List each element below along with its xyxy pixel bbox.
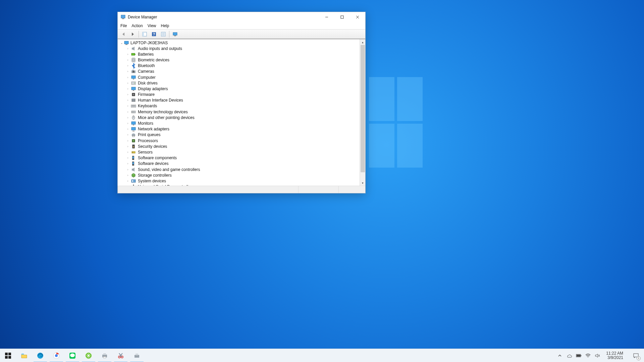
expand-icon[interactable]: ›: [126, 127, 130, 131]
tree-item[interactable]: ›Keyboards: [120, 103, 360, 109]
expand-icon[interactable]: ›: [126, 93, 130, 96]
expand-icon[interactable]: ›: [126, 122, 130, 125]
battery-icon[interactable]: [576, 353, 581, 358]
root-label: LAPTOP-JK0E3HAS: [130, 41, 168, 45]
expand-icon[interactable]: ›: [126, 174, 130, 177]
svg-rect-27: [133, 79, 134, 79]
close-button[interactable]: [350, 12, 365, 22]
help-button[interactable]: ?: [150, 31, 158, 38]
expand-icon[interactable]: ›: [126, 116, 130, 119]
tree-item[interactable]: ›Display adapters: [120, 86, 360, 92]
snipping-tool-button[interactable]: [113, 349, 129, 362]
onedrive-icon[interactable]: [567, 353, 572, 358]
properties-button[interactable]: [160, 31, 167, 38]
clock[interactable]: 11:22 AM 3/9/2021: [604, 351, 625, 360]
minimize-button[interactable]: [319, 12, 334, 22]
expand-icon[interactable]: ›: [126, 47, 130, 50]
scroll-thumb[interactable]: [361, 45, 365, 172]
tree-item[interactable]: ›Mice and other pointing devices: [120, 115, 360, 120]
tree-item[interactable]: ›Audio inputs and outputs: [120, 46, 360, 51]
collapse-icon[interactable]: ⌄: [120, 41, 124, 45]
tree-item[interactable]: ›Storage controllers: [120, 172, 360, 178]
speaker-icon: [131, 46, 136, 51]
expand-icon[interactable]: ›: [126, 58, 130, 62]
expand-icon[interactable]: ›: [126, 87, 130, 90]
tree-item[interactable]: ›Sensors: [120, 149, 360, 155]
chrome-browser-button[interactable]: [48, 349, 64, 362]
tree-item[interactable]: ›Processors: [120, 138, 360, 143]
tree-item[interactable]: ›System devices: [120, 178, 360, 184]
tree-item[interactable]: ›Print queues: [120, 132, 360, 138]
show-hide-tree-button[interactable]: [141, 31, 148, 38]
file-explorer-button[interactable]: [16, 349, 32, 362]
expand-icon[interactable]: ›: [126, 104, 130, 108]
tree-item[interactable]: ›Universal Serial Bus controllers: [120, 184, 360, 186]
device-manager-taskbar-button[interactable]: [129, 349, 145, 362]
expand-icon[interactable]: ›: [126, 70, 130, 73]
maximize-button[interactable]: [334, 12, 350, 22]
tree-item[interactable]: ›Computer: [120, 74, 360, 80]
wifi-icon[interactable]: [585, 353, 591, 358]
tree-item[interactable]: ›Sound, video and game controllers: [120, 167, 360, 172]
menu-action[interactable]: Action: [131, 23, 143, 28]
vertical-scrollbar[interactable]: ▴ ▾: [360, 39, 365, 186]
expand-icon[interactable]: ›: [126, 150, 130, 154]
scroll-down-button[interactable]: ▾: [360, 180, 365, 186]
tree-item[interactable]: ›Software components: [120, 155, 360, 161]
tree-item[interactable]: ›Cameras: [120, 69, 360, 74]
svg-rect-62: [132, 169, 133, 171]
device-tree[interactable]: ⌄LAPTOP-JK0E3HAS›Audio inputs and output…: [118, 39, 360, 186]
tree-root[interactable]: ⌄LAPTOP-JK0E3HAS: [120, 40, 360, 46]
tree-item[interactable]: ›Firmware: [120, 92, 360, 98]
volume-muted-icon[interactable]: [595, 353, 600, 358]
expand-icon[interactable]: ›: [126, 179, 130, 183]
tree-item[interactable]: ›Monitors: [120, 120, 360, 126]
svg-rect-59: [132, 157, 134, 159]
tree-item[interactable]: ›Batteries: [120, 51, 360, 57]
menu-view[interactable]: View: [148, 23, 156, 28]
sensor-icon: [131, 149, 136, 155]
scan-hardware-button[interactable]: [171, 31, 179, 38]
app-green-button[interactable]: [80, 349, 97, 362]
tree-item[interactable]: ›Disk drives: [120, 80, 360, 86]
tray-overflow-icon[interactable]: [557, 353, 562, 358]
tree-item[interactable]: ›Memory technology devices: [120, 109, 360, 115]
taskbar[interactable]: 11:22 AM 3/9/2021 1: [0, 349, 644, 362]
svg-rect-89: [577, 355, 580, 357]
svg-rect-56: [132, 152, 135, 153]
back-button[interactable]: [120, 31, 127, 38]
expand-icon[interactable]: ›: [126, 162, 130, 165]
edge-browser-button[interactable]: [32, 349, 48, 362]
expand-icon[interactable]: ›: [126, 168, 130, 171]
expand-icon[interactable]: ›: [126, 64, 130, 67]
expand-icon[interactable]: ›: [126, 81, 130, 85]
forward-button[interactable]: [129, 31, 137, 38]
expand-icon[interactable]: ›: [126, 110, 130, 114]
titlebar[interactable]: Device Manager: [118, 12, 365, 22]
biometric-icon: [131, 57, 136, 63]
expand-icon[interactable]: ›: [126, 156, 130, 160]
scroll-up-button[interactable]: ▴: [360, 39, 365, 45]
menu-file[interactable]: File: [120, 23, 127, 28]
tree-item[interactable]: ›Human Interface Devices: [120, 98, 360, 103]
app-printer-button[interactable]: [97, 349, 113, 362]
action-center-button[interactable]: 1: [629, 349, 643, 362]
expand-icon[interactable]: ›: [126, 133, 130, 136]
expand-icon[interactable]: ›: [126, 139, 130, 142]
tree-item[interactable]: ›Network adapters: [120, 126, 360, 132]
tree-item[interactable]: ›Security devices: [120, 143, 360, 149]
menu-help[interactable]: Help: [161, 23, 169, 28]
tree-item[interactable]: ›Bluetooth: [120, 63, 360, 69]
device-manager-window: Device Manager File Action View Help ? ⌄…: [117, 12, 366, 193]
expand-icon[interactable]: ›: [126, 185, 130, 186]
expand-icon[interactable]: ›: [126, 145, 130, 148]
tree-item[interactable]: ›Software devices: [120, 161, 360, 167]
start-button[interactable]: [0, 349, 16, 362]
line-app-button[interactable]: [64, 349, 80, 362]
expand-icon[interactable]: ›: [126, 99, 130, 102]
expand-icon[interactable]: ›: [126, 53, 130, 56]
hid-icon: [131, 98, 136, 103]
expand-icon[interactable]: ›: [126, 76, 130, 79]
svg-rect-64: [132, 180, 133, 182]
tree-item[interactable]: ›Biometric devices: [120, 57, 360, 63]
